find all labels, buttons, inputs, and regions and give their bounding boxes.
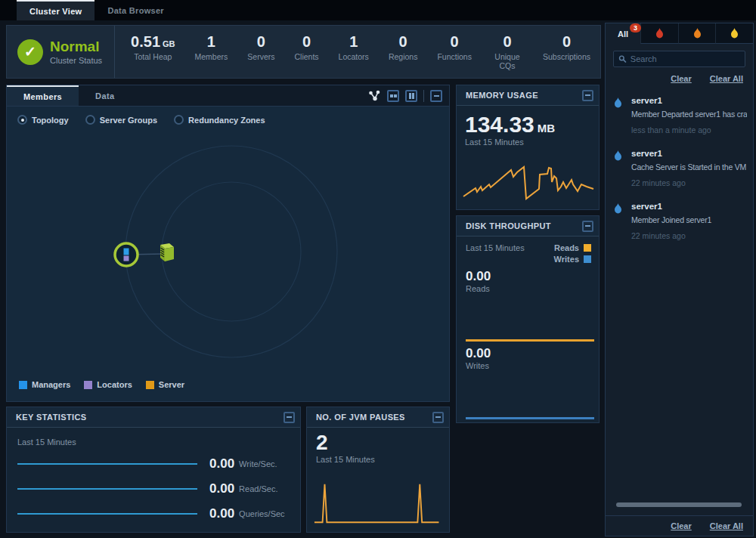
writes-per-sec-row: 0.00 Write/Sec. <box>17 456 290 472</box>
jvm-collapse-icon[interactable] <box>432 412 444 423</box>
writes-flatline <box>466 417 594 419</box>
alerts-search-input[interactable] <box>631 54 740 63</box>
footer-clear-link[interactable]: Clear <box>671 521 692 530</box>
metric-regions: 0 Regions <box>379 33 428 70</box>
cluster-status-block: ✓ Normal Cluster Status <box>7 26 115 78</box>
cluster-metrics: 0.51GB Total Heap 1 Members 0 Servers 0 … <box>115 33 600 70</box>
alerts-tab-severe[interactable] <box>640 23 678 44</box>
cluster-status-value: Normal <box>50 39 102 55</box>
radio-dot <box>17 115 27 125</box>
keystats-collapse-icon[interactable] <box>284 412 295 423</box>
alerts-list: server1 Member Departed server1 has cras… <box>606 89 753 248</box>
treemap-view-icon[interactable] <box>405 90 417 102</box>
memory-collapse-icon[interactable] <box>582 90 593 101</box>
alert-item[interactable]: server1 Member Departed server1 has cras… <box>606 89 753 142</box>
inner-ring <box>162 182 301 321</box>
metric-clients: 0 Clients <box>284 33 328 70</box>
metric-members: 1 Members <box>185 33 238 70</box>
server-swatch <box>146 381 154 389</box>
members-tab-bar: Members Data <box>7 85 449 107</box>
metric-unique-cqs: 0 Unique CQs <box>482 33 533 70</box>
topology-graph <box>7 128 449 379</box>
members-collapse-icon[interactable] <box>430 90 442 102</box>
disk-throughput-panel: DISK THROUGHPUT Last 15 Minutes Reads Wr… <box>456 215 600 423</box>
key-statistics-panel: KEY STATISTICS Last 15 Minutes 0.00 Writ… <box>6 407 301 533</box>
radio-topology[interactable]: Topology <box>17 115 69 125</box>
pulse-dashboard: Cluster View Data Browser ✓ Normal Clust… <box>0 0 756 538</box>
outer-ring <box>125 146 337 357</box>
panel-title: KEY STATISTICS <box>16 413 284 422</box>
tab-members[interactable]: Members <box>7 85 79 106</box>
manager-locator-node[interactable] <box>115 243 138 266</box>
flame-icon-blue <box>614 97 622 108</box>
memory-usage-panel: MEMORY USAGE 134.33MB Last 15 Minutes <box>456 85 600 210</box>
check-glyph: ✓ <box>24 43 36 60</box>
topology-view-radios: Topology Server Groups Redundancy Zones <box>17 115 265 125</box>
graph-view-icon[interactable] <box>368 90 381 102</box>
flame-icon-blue <box>614 150 622 161</box>
memory-value: 134.33 <box>465 112 534 137</box>
tab-cluster-view[interactable]: Cluster View <box>17 0 94 20</box>
radio-label: Server Groups <box>100 116 157 125</box>
memory-sparkline <box>461 162 596 206</box>
disk-writes-label: Writes <box>466 361 491 370</box>
alerts-tab-error[interactable] <box>678 23 716 44</box>
queries-flatline <box>17 513 197 515</box>
search-icon <box>618 54 627 63</box>
radio-label: Redundancy Zones <box>188 116 265 125</box>
reads-flatline <box>17 488 197 490</box>
clear-all-link[interactable]: Clear All <box>710 74 743 83</box>
clear-link[interactable]: Clear <box>671 74 692 83</box>
reads-per-sec-row: 0.00 Read/Sec. <box>17 481 290 496</box>
radio-redundancy-zones[interactable]: Redundancy Zones <box>174 115 265 125</box>
grid-view-icon[interactable] <box>387 90 399 102</box>
topology-legend: Managers Locators Server <box>19 380 184 389</box>
metric-total-heap: 0.51GB Total Heap <box>121 33 184 70</box>
jvm-pauses-value: 2 <box>316 431 440 455</box>
legend-server: Server <box>146 380 184 389</box>
legend-managers: Managers <box>19 380 70 389</box>
jvm-subtitle: Last 15 Minutes <box>316 455 440 464</box>
disk-reads-label: Reads <box>466 284 590 293</box>
reads-swatch <box>584 244 591 252</box>
flame-icon-orange <box>693 28 702 39</box>
keystats-subtitle: Last 15 Minutes <box>17 438 300 447</box>
alerts-search-box <box>613 51 745 67</box>
alerts-tab-all[interactable]: All 3 <box>606 23 640 44</box>
tab-data-browser[interactable]: Data Browser <box>94 0 177 20</box>
status-ok-icon: ✓ <box>17 39 43 65</box>
metric-unit: GB <box>163 39 175 48</box>
disk-subtitle: Last 15 Minutes <box>466 243 525 266</box>
managers-swatch <box>19 381 27 389</box>
metric-subscriptions: 0 Subscriptions <box>533 33 600 70</box>
radio-server-groups[interactable]: Server Groups <box>85 115 157 125</box>
radio-label: Topology <box>32 116 69 125</box>
cluster-status-label: Cluster Status <box>50 56 102 65</box>
jvm-spikes-chart <box>313 481 440 527</box>
reads-flatline <box>466 339 594 342</box>
alerts-footer: Clear Clear All <box>606 515 753 536</box>
alert-item[interactable]: server1 Member Joined server1 22 minutes… <box>606 195 753 248</box>
top-tab-bar: Cluster View Data Browser <box>0 0 756 20</box>
panel-title: DISK THROUGHPUT <box>466 221 582 230</box>
divider <box>423 90 424 102</box>
panel-title: MEMORY USAGE <box>466 91 582 100</box>
disk-collapse-icon[interactable] <box>582 221 593 232</box>
cluster-status-bar: ✓ Normal Cluster Status 0.51GB Total Hea… <box>6 25 601 79</box>
alerts-scrollbar[interactable] <box>616 502 742 507</box>
metric-functions: 0 Functions <box>427 33 482 70</box>
queries-per-sec-row: 0.00 Queries/Sec <box>17 506 290 521</box>
alert-item[interactable]: server1 Cache Server is Started in the V… <box>606 142 753 195</box>
writes-flatline <box>17 463 197 465</box>
flame-icon-yellow <box>730 28 739 39</box>
writes-swatch <box>584 255 591 263</box>
jvm-pauses-panel: NO. OF JVM PAUSES 2 Last 15 Minutes <box>306 407 450 533</box>
server-cube-node[interactable] <box>160 243 174 261</box>
alerts-clear-row: Clear Clear All <box>615 74 743 83</box>
footer-clear-all-link[interactable]: Clear All <box>710 521 743 530</box>
tab-data[interactable]: Data <box>79 85 131 106</box>
alerts-tab-warning[interactable] <box>715 23 753 44</box>
disk-writes-value: 0.00 <box>466 346 491 361</box>
metric-servers: 0 Servers <box>237 33 284 70</box>
metric-locators: 1 Locators <box>329 33 379 70</box>
